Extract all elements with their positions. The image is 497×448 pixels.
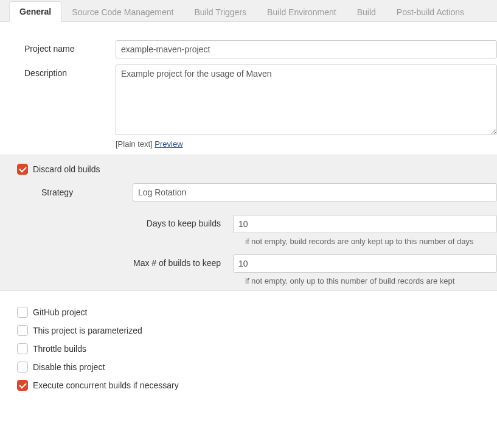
tab-bar: General Source Code Management Build Tri… [0, 0, 497, 22]
discard-old-label: Discard old builds [33, 164, 100, 174]
github-label: GitHub project [33, 307, 87, 317]
tab-env[interactable]: Build Environment [257, 2, 347, 22]
github-checkbox[interactable] [17, 307, 28, 318]
throttle-checkbox[interactable] [17, 343, 28, 354]
options-block: GitHub project This project is parameter… [0, 291, 497, 401]
concurrent-label: Execute concurrent builds if necessary [33, 380, 179, 390]
tab-build[interactable]: Build [347, 2, 386, 22]
project-name-input[interactable] [116, 40, 497, 58]
preview-link[interactable]: Preview [155, 139, 182, 149]
tab-general[interactable]: General [9, 1, 61, 22]
disable-label: Disable this project [33, 362, 105, 372]
tab-triggers[interactable]: Build Triggers [184, 2, 257, 22]
description-label: Description [24, 65, 116, 78]
days-keep-help: if not empty, build records are only kep… [133, 237, 497, 246]
throttle-label: Throttle builds [33, 344, 86, 354]
max-builds-help: if not empty, only up to this number of … [133, 276, 497, 285]
max-builds-input[interactable] [233, 254, 497, 273]
days-keep-input[interactable] [233, 215, 497, 233]
plain-text-label: [Plain text] [116, 139, 153, 149]
parameterized-label: This project is parameterized [33, 326, 142, 335]
parameterized-checkbox[interactable] [17, 325, 28, 336]
tab-scm[interactable]: Source Code Management [61, 2, 184, 22]
strategy-label: Strategy [41, 187, 133, 197]
disable-checkbox[interactable] [17, 362, 28, 373]
discard-old-checkbox[interactable] [17, 164, 28, 175]
days-keep-label: Days to keep builds [133, 215, 233, 228]
strategy-select[interactable]: Log Rotation [133, 183, 497, 201]
max-builds-label: Max # of builds to keep [133, 254, 233, 268]
concurrent-checkbox[interactable] [17, 380, 28, 391]
general-pane: Project name Description Example project… [0, 22, 497, 413]
description-textarea[interactable]: Example project for the usage of Maven [116, 65, 497, 135]
tab-post[interactable]: Post-build Actions [386, 2, 474, 22]
project-name-label: Project name [24, 40, 116, 54]
discard-section: Discard old builds Strategy Log Rotation… [0, 155, 497, 291]
